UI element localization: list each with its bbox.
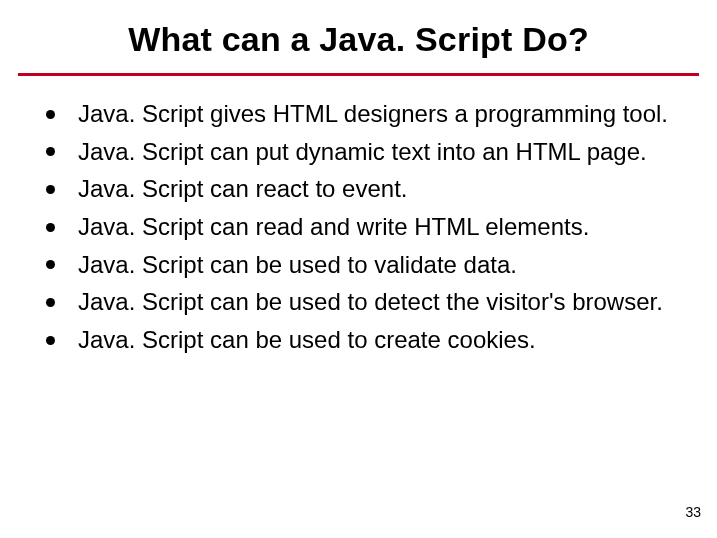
list-item: Java. Script can be used to detect the v… xyxy=(42,286,687,318)
list-item: Java. Script gives HTML designers a prog… xyxy=(42,98,687,130)
list-item: Java. Script can put dynamic text into a… xyxy=(42,136,687,168)
slide: What can a Java. Script Do? Java. Script… xyxy=(0,0,717,538)
slide-title: What can a Java. Script Do? xyxy=(0,0,717,73)
list-item: Java. Script can be used to create cooki… xyxy=(42,324,687,356)
list-item: Java. Script can read and write HTML ele… xyxy=(42,211,687,243)
list-item: Java. Script can react to event. xyxy=(42,173,687,205)
slide-content: Java. Script gives HTML designers a prog… xyxy=(0,76,717,356)
list-item: Java. Script can be used to validate dat… xyxy=(42,249,687,281)
page-number: 33 xyxy=(685,504,701,520)
bullet-list: Java. Script gives HTML designers a prog… xyxy=(42,98,687,356)
